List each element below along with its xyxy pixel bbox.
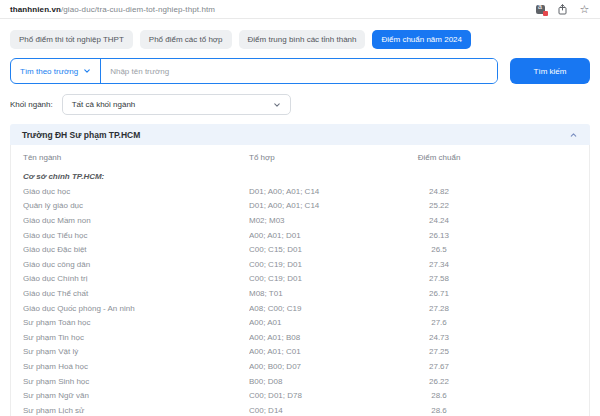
table-row: Giáo dục công dânC00; C19; D0127.34 bbox=[11, 257, 589, 272]
score: 28.6 bbox=[389, 406, 489, 415]
major-name: Giáo dục Mầm non bbox=[23, 216, 249, 225]
sector-filter-label: Khối ngành: bbox=[10, 100, 53, 109]
combination: A00; A01; D01 bbox=[249, 231, 389, 240]
major-name: Giáo dục công dân bbox=[23, 260, 249, 269]
combination: C00; D14 bbox=[249, 406, 389, 415]
score: 27.6 bbox=[389, 318, 489, 327]
score: 24.24 bbox=[389, 216, 489, 225]
combination: M02; M03 bbox=[249, 216, 389, 225]
school-accordion-header[interactable]: Trường ĐH Sư phạm TP.HCM bbox=[10, 124, 590, 145]
search-button[interactable]: Tìm kiếm bbox=[510, 58, 590, 84]
score: 27.25 bbox=[389, 347, 489, 356]
major-name: Sư phạm Vật lý bbox=[23, 347, 249, 356]
column-header-score: Điểm chuẩn bbox=[389, 153, 489, 162]
combination: A00; A01; C01 bbox=[249, 347, 389, 356]
browser-address-bar[interactable]: thanhnien.vn/giao-duc/tra-cuu-diem-tot-n… bbox=[0, 0, 600, 19]
url-path: /giao-duc/tra-cuu-diem-tot-nghiep-thpt.h… bbox=[61, 5, 215, 14]
major-name: Sư phạm Ngữ văn bbox=[23, 391, 249, 400]
url-domain: thanhnien.vn bbox=[10, 5, 61, 14]
major-name: Giáo dục Đặc biệt bbox=[23, 245, 249, 254]
tab-2[interactable]: Điểm trung bình các tỉnh thành bbox=[239, 30, 366, 49]
combination: C00; C15; D01 bbox=[249, 245, 389, 254]
score: 26.13 bbox=[389, 231, 489, 240]
combination: C00; D01; D78 bbox=[249, 391, 389, 400]
notification-badge bbox=[543, 11, 548, 16]
major-name: Giáo dục Quốc phòng - An ninh bbox=[23, 304, 249, 313]
score: 26.71 bbox=[389, 289, 489, 298]
sector-filter-row: Khối ngành: Tất cả khối ngành bbox=[0, 84, 600, 115]
score: 26.22 bbox=[389, 377, 489, 386]
table-header-row: Tên ngành Tổ hợp Điểm chuẩn bbox=[11, 145, 589, 169]
table-row: Sư phạm Ngữ vănC00; D01; D7828.6 bbox=[11, 388, 589, 403]
major-name: Sư phạm Hoá học bbox=[23, 362, 249, 371]
table-row: Sư phạm Tin họcA00; A01; B0824.73 bbox=[11, 330, 589, 345]
table-row: Giáo dục họcD01; A00; A01; C1424.82 bbox=[11, 184, 589, 199]
school-search-box: Tìm theo trường bbox=[10, 58, 498, 84]
score: 27.58 bbox=[389, 274, 489, 283]
combination: D01; A00; A01; C14 bbox=[249, 187, 389, 196]
score: 24.82 bbox=[389, 187, 489, 196]
major-name: Sư phạm Toán học bbox=[23, 318, 249, 327]
scores-table: Tên ngành Tổ hợp Điểm chuẩn Cơ sở chính … bbox=[10, 145, 590, 416]
table-row: Giáo dục Đặc biệtC00; C15; D0126.5 bbox=[11, 242, 589, 257]
table-row: Sư phạm Lịch sửC00; D1428.6 bbox=[11, 403, 589, 416]
campus-group-label: Cơ sở chính TP.HCM: bbox=[23, 172, 249, 181]
bookmark-star-icon[interactable]: ☆ bbox=[579, 4, 590, 15]
search-filter-label: Tìm theo trường bbox=[20, 67, 78, 76]
major-name: Giáo dục học bbox=[23, 187, 249, 196]
major-name: Giáo dục Chính trị bbox=[23, 274, 249, 283]
campus-group-row: Cơ sở chính TP.HCM: bbox=[11, 169, 589, 184]
table-row: Giáo dục Mầm nonM02; M0324.24 bbox=[11, 213, 589, 228]
tab-3[interactable]: Điểm chuẩn năm 2024 bbox=[372, 30, 471, 49]
table-row: Giáo dục Quốc phòng - An ninhA08; C00; C… bbox=[11, 301, 589, 316]
school-card: Trường ĐH Sư phạm TP.HCM Tên ngành Tổ hợ… bbox=[10, 124, 590, 416]
score: 27.28 bbox=[389, 304, 489, 313]
combination: A00; B00; D07 bbox=[249, 362, 389, 371]
sector-select-value: Tất cả khối ngành bbox=[72, 100, 136, 109]
table-body: Giáo dục họcD01; A00; A01; C1424.82Quản … bbox=[11, 184, 589, 416]
major-name: Sư phạm Lịch sử bbox=[23, 406, 249, 415]
table-row: Giáo dục Thể chấtM08; T0126.71 bbox=[11, 286, 589, 301]
combination: M08; T01 bbox=[249, 289, 389, 298]
tab-1[interactable]: Phổ điểm các tổ hợp bbox=[140, 30, 232, 49]
major-name: Sư phạm Sinh học bbox=[23, 377, 249, 386]
score: 26.5 bbox=[389, 245, 489, 254]
share-icon[interactable] bbox=[557, 4, 568, 15]
table-row: Sư phạm Sinh họcB00; D0826.22 bbox=[11, 374, 589, 389]
chevron-up-icon[interactable] bbox=[569, 131, 578, 139]
table-row: Giáo dục Tiểu họcA00; A01; D0126.13 bbox=[11, 228, 589, 243]
major-name: Giáo dục Thể chất bbox=[23, 289, 249, 298]
combination: A08; C00; C19 bbox=[249, 304, 389, 313]
sector-select[interactable]: Tất cả khối ngành bbox=[62, 94, 291, 115]
tab-0[interactable]: Phổ điểm thi tốt nghiệp THPT bbox=[10, 30, 133, 49]
major-name: Sư phạm Tin học bbox=[23, 333, 249, 342]
search-filter-dropdown[interactable]: Tìm theo trường bbox=[11, 59, 101, 83]
tab-bar: Phổ điểm thi tốt nghiệp THPTPhổ điểm các… bbox=[0, 19, 600, 49]
chevron-down-icon bbox=[83, 67, 91, 75]
combination: C00; C19; D01 bbox=[249, 274, 389, 283]
school-title: Trường ĐH Sư phạm TP.HCM bbox=[22, 130, 140, 140]
major-name: Quản lý giáo dục bbox=[23, 201, 249, 210]
column-header-major: Tên ngành bbox=[23, 153, 249, 162]
combination: B00; D08 bbox=[249, 377, 389, 386]
chevron-down-icon bbox=[273, 101, 281, 109]
score: 28.6 bbox=[389, 391, 489, 400]
page-url[interactable]: thanhnien.vn/giao-duc/tra-cuu-diem-tot-n… bbox=[10, 5, 215, 14]
score: 27.34 bbox=[389, 260, 489, 269]
search-row: Tìm theo trường Tìm kiếm bbox=[0, 49, 600, 84]
combination: A00; A01 bbox=[249, 318, 389, 327]
table-row: Sư phạm Toán họcA00; A0127.6 bbox=[11, 315, 589, 330]
table-row: Sư phạm Hoá họcA00; B00; D0727.67 bbox=[11, 359, 589, 374]
column-header-combination: Tổ hợp bbox=[249, 153, 389, 162]
combination: A00; A01; B08 bbox=[249, 333, 389, 342]
browser-toolbar-icons: ☆ bbox=[535, 4, 590, 15]
score: 27.67 bbox=[389, 362, 489, 371]
score: 24.73 bbox=[389, 333, 489, 342]
table-row: Giáo dục Chính trịC00; C19; D0127.58 bbox=[11, 272, 589, 287]
major-name: Giáo dục Tiểu học bbox=[23, 231, 249, 240]
translate-icon[interactable] bbox=[535, 4, 546, 15]
score: 25.22 bbox=[389, 201, 489, 210]
table-row: Sư phạm Vật lýA00; A01; C0127.25 bbox=[11, 345, 589, 360]
school-search-input[interactable] bbox=[101, 59, 497, 83]
table-row: Quản lý giáo dụcD01; A00; A01; C1425.22 bbox=[11, 199, 589, 214]
